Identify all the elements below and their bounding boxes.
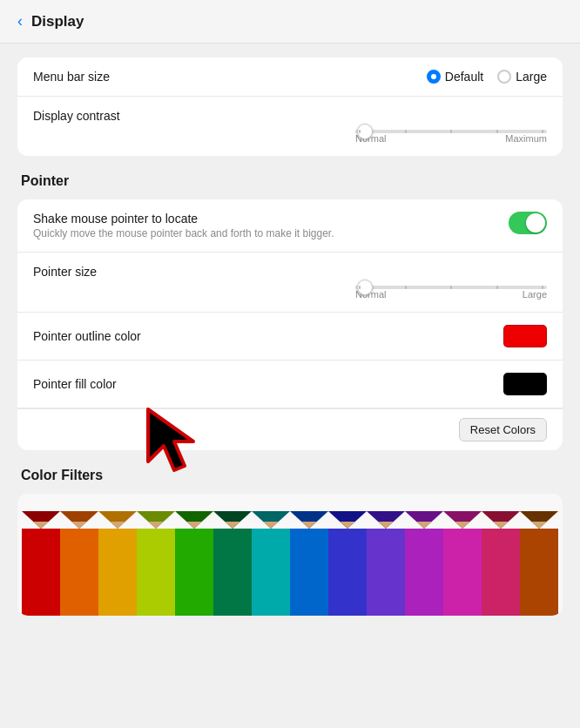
page-title: Display <box>31 13 84 30</box>
radio-default-label: Default <box>445 70 483 84</box>
menu-bar-size-label: Menu bar size <box>33 70 110 84</box>
pencil-body <box>328 529 367 616</box>
pencil-body <box>367 529 405 616</box>
pencil-item <box>443 511 482 616</box>
pointer-size-label: Pointer size <box>33 265 97 279</box>
pencil-body <box>252 529 290 616</box>
pencil-item <box>252 511 290 616</box>
back-chevron-icon: ‹ <box>17 12 23 30</box>
pencil-body <box>290 529 328 616</box>
pencil-item <box>290 511 328 616</box>
pencil-item <box>22 511 60 616</box>
radio-default[interactable]: Default <box>427 70 483 84</box>
pointer-outline-color-label: Pointer outline color <box>33 329 141 343</box>
shake-pointer-label: Shake mouse pointer to locate <box>33 212 509 226</box>
back-button[interactable]: ‹ <box>17 12 23 30</box>
pencil-body <box>405 529 443 616</box>
pencil-body <box>137 529 175 616</box>
pointer-size-row: Pointer size Normal <box>17 253 563 313</box>
pointer-size-slider-wrapper: Normal Large <box>355 286 547 300</box>
pointer-fill-color-label: Pointer fill color <box>33 377 117 391</box>
contrast-slider-wrapper: Normal Maximum <box>355 130 547 144</box>
shake-pointer-row: Shake mouse pointer to locate Quickly mo… <box>17 199 563 253</box>
display-contrast-label: Display contrast <box>33 109 120 123</box>
shake-pointer-toggle[interactable] <box>509 212 547 234</box>
pointer-size-slider-labels: Normal Large <box>355 289 547 300</box>
shake-pointer-sublabel: Quickly move the mouse pointer back and … <box>33 227 509 239</box>
pencil-item <box>405 511 443 616</box>
pencil-body <box>443 529 482 616</box>
pencil-item <box>213 511 252 616</box>
header: ‹ Display <box>0 0 580 44</box>
color-filters-section-heading: Color Filters <box>17 468 563 483</box>
content-area: Menu bar size Default Large Display cont… <box>0 44 580 647</box>
pointer-fill-color-row: Pointer fill color <box>17 361 563 408</box>
radio-large-label: Large <box>516 70 547 84</box>
pencil-body <box>175 529 213 616</box>
pencil-item <box>60 511 98 616</box>
contrast-slider-track <box>355 130 547 133</box>
contrast-slider-labels: Normal Maximum <box>355 133 547 144</box>
pencil-body <box>213 529 252 616</box>
contrast-max-label: Maximum <box>505 133 547 144</box>
pointer-section-card: Shake mouse pointer to locate Quickly mo… <box>17 199 563 450</box>
pencil-body <box>60 529 98 616</box>
pointer-outline-color-swatch[interactable] <box>503 325 547 347</box>
pencil-body <box>520 529 558 616</box>
color-filters-card <box>17 494 563 616</box>
display-section-card: Menu bar size Default Large Display cont… <box>17 57 563 156</box>
radio-large-circle[interactable] <box>497 70 511 84</box>
pencils-container <box>17 494 563 616</box>
pointer-size-max-label: Large <box>523 289 547 300</box>
shake-pointer-left: Shake mouse pointer to locate Quickly mo… <box>33 212 509 239</box>
pointer-size-track <box>355 286 547 289</box>
pencil-item <box>482 511 520 616</box>
menu-bar-size-options: Default Large <box>427 70 547 84</box>
pointer-section-heading: Pointer <box>17 173 563 189</box>
pointer-fill-color-swatch[interactable] <box>503 373 547 395</box>
radio-default-circle[interactable] <box>427 70 441 84</box>
display-contrast-row: Display contrast No <box>17 97 563 156</box>
pencil-body <box>22 529 60 616</box>
reset-colors-button[interactable]: Reset Colors <box>459 418 547 442</box>
pointer-section-heading-wrapper: Pointer <box>17 173 563 189</box>
pencil-body <box>482 529 520 616</box>
pencil-item <box>175 511 213 616</box>
reset-colors-row: Reset Colors <box>17 408 563 450</box>
pencil-item <box>137 511 175 616</box>
pencil-item <box>328 511 367 616</box>
radio-large[interactable]: Large <box>497 70 547 84</box>
color-filters-section-heading-wrapper: Color Filters <box>17 468 563 483</box>
pencil-item <box>98 511 137 616</box>
pencil-item <box>520 511 558 616</box>
pencil-body <box>98 529 137 616</box>
pencil-item <box>367 511 405 616</box>
pointer-outline-color-row: Pointer outline color <box>17 313 563 361</box>
menu-bar-size-row: Menu bar size Default Large <box>17 57 563 97</box>
